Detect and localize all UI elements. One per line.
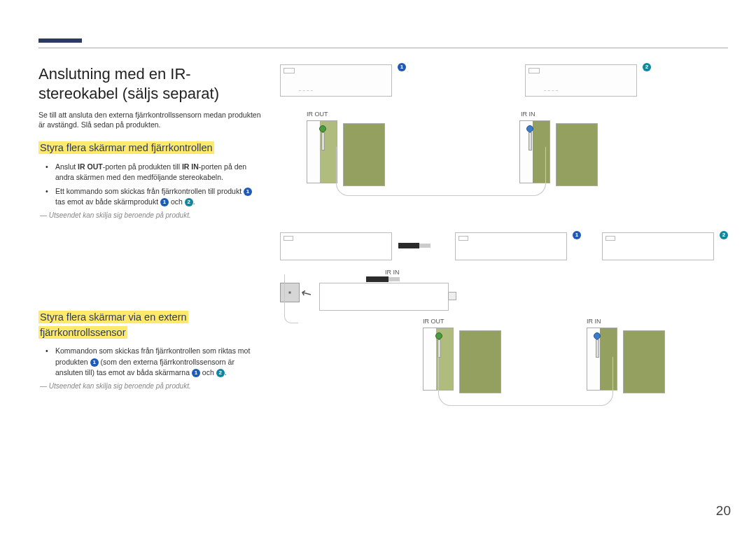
ir-out-label: IR OUT [423, 318, 454, 325]
intro-text: Se till att ansluta den externa fjärrkon… [38, 110, 263, 129]
device2-1-box [455, 232, 567, 260]
ir-out-text: IR OUT [78, 162, 103, 171]
arrow-icon: ↖ [298, 284, 315, 303]
section1-heading-wrap: Styra flera skärmar med fjärrkontrollen [38, 141, 263, 156]
text: Ett kommando som skickas från fjärrkontr… [55, 187, 244, 195]
device-wide [319, 283, 449, 311]
ir-in-label: IR IN [587, 318, 617, 325]
device2-2-wrap: 2 [602, 232, 728, 260]
page-content: Anslutning med en IR-stereokabel (säljs … [38, 64, 728, 404]
plug-black-icon [366, 276, 388, 282]
page-number: 20 [716, 503, 731, 519]
section1-bullet-1: Anslut IR OUT-porten på produkten till I… [48, 162, 263, 183]
olive-panel [623, 330, 665, 393]
device-1-wrap: 1 [280, 64, 406, 97]
jack-green-icon [435, 332, 442, 358]
text: . [225, 368, 227, 377]
device2-2-box [602, 232, 714, 260]
ir-out-port-col: IR OUT [307, 111, 337, 183]
badge-1-icon: 1 [244, 188, 252, 196]
device-2-box [525, 64, 637, 97]
diagram1-device-row: 1 2 [280, 64, 728, 97]
text: . [193, 197, 195, 206]
stub-icon [448, 292, 456, 300]
section1-heading: Styra flera skärmar med fjärrkontrollen [38, 141, 214, 154]
diagram2: 1 2 IR IN ↖ [280, 232, 728, 391]
plug-tip-icon [419, 244, 430, 248]
ir-out-port [307, 120, 337, 183]
device-2-wrap: 2 [525, 64, 651, 97]
diagram2-top-row: 1 2 [280, 232, 728, 260]
ir-in-text: IR IN [182, 162, 199, 171]
stereo-cable-icon [438, 357, 613, 406]
plug-tip-icon [388, 277, 400, 281]
section2-heading: Styra flera skärmar via en extern fjärrk… [38, 311, 188, 339]
section2-heading-wrap: Styra flera skärmar via en extern fjärrk… [38, 310, 263, 341]
stereo-cable-icon [336, 147, 546, 196]
text: och [169, 197, 185, 206]
header-rule [38, 48, 728, 48]
sensor-cable-icon [284, 274, 298, 323]
diagram2-port-row: IR OUT IR IN [423, 318, 728, 391]
diagram2-sensor-row: ↖ [280, 283, 728, 311]
ir-out-label: IR OUT [307, 111, 337, 118]
badge-2-icon: 2 [185, 198, 193, 206]
page-title: Anslutning med en IR-stereokabel (säljs … [38, 64, 263, 103]
olive-panel [556, 123, 598, 186]
badge-2-icon: 2 [216, 369, 225, 377]
badge-1-icon: 1 [160, 198, 169, 206]
section2-bullet-1: Kommandon som skickas från fjärrkontroll… [48, 346, 263, 378]
device2-1-wrap: 1 [455, 232, 581, 260]
section2-note: Utseendet kan skilja sig beroende på pro… [40, 382, 263, 390]
ir-in-label: IR IN [385, 269, 400, 276]
text: tas emot av både skärmprodukt [55, 197, 160, 206]
badge-1-icon: 1 [573, 231, 581, 239]
jack-green-icon [319, 125, 326, 150]
text: och [200, 368, 216, 377]
right-column: 1 2 IR OUT IR IN [280, 64, 728, 404]
section1-note: Utseendet kan skilja sig beroende på pro… [40, 211, 263, 219]
device-small-left [280, 232, 392, 260]
jack-blue-icon [594, 332, 601, 358]
badge-1-icon: 1 [90, 358, 99, 367]
device-1-box [280, 64, 392, 97]
text: Anslut [55, 162, 78, 171]
header-accent-bar [38, 38, 82, 43]
ir-in-label: IR IN [521, 111, 550, 118]
section2-bullets: Kommandon som skickas från fjärrkontroll… [38, 346, 263, 378]
text: -porten på produkten till [103, 162, 182, 171]
diagram1-port-row: IR OUT IR IN [307, 111, 728, 183]
badge-1-icon: 1 [192, 369, 200, 377]
badge-2-icon: 2 [720, 231, 728, 239]
badge-1-icon: 1 [398, 63, 406, 71]
section1-bullets: Anslut IR OUT-porten på produkten till I… [38, 162, 263, 207]
section1-bullet-2: Ett kommando som skickas från fjärrkontr… [48, 186, 263, 207]
plug-black-icon [398, 243, 419, 248]
badge-2-icon: 2 [643, 63, 651, 71]
spacer [38, 233, 263, 310]
left-column: Anslutning med en IR-stereokabel (säljs … [38, 64, 263, 404]
